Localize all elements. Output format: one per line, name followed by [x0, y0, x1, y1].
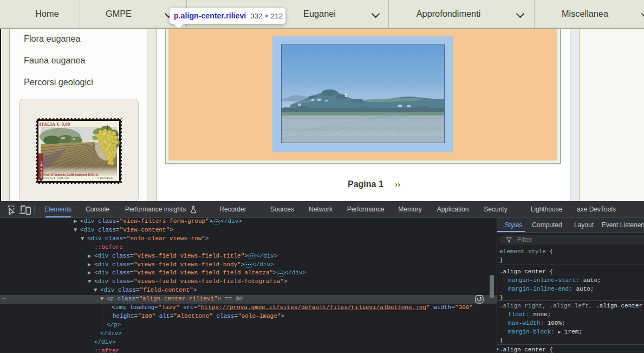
svg-text:€: € — [57, 121, 60, 127]
svg-text:0,80: 0,80 — [62, 121, 70, 127]
svg-text:I.P.Z.S. S.p.A. - ROMA - 2014: I.P.Z.S. S.p.A. - ROMA - 2014 — [43, 177, 69, 179]
svg-text:C. BRUSCAGLIA: C. BRUSCAGLIA — [97, 177, 113, 179]
svg-text:MADE IN ITALY: MADE IN ITALY — [40, 161, 43, 178]
svg-text:Fior d'Arancio Colli Euganei D: Fior d'Arancio Colli Euganei DOCG — [43, 172, 99, 176]
svg-text:ITALIA: ITALIA — [40, 121, 56, 127]
